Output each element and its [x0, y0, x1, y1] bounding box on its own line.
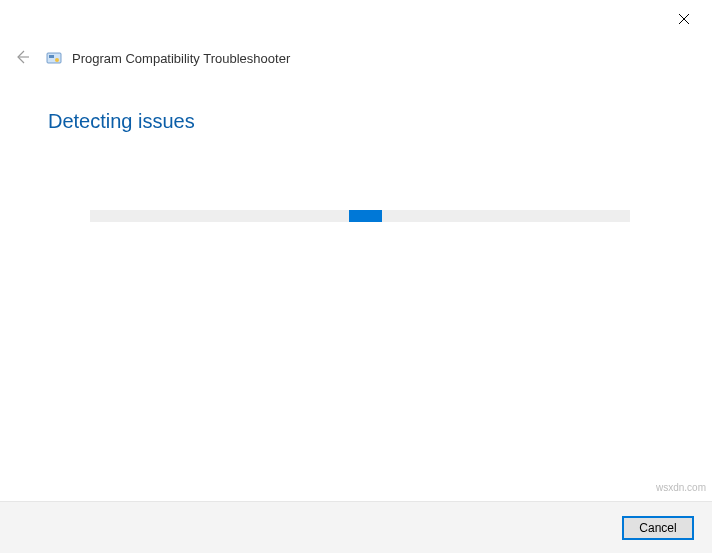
close-button[interactable] [674, 10, 694, 30]
page-heading: Detecting issues [48, 110, 195, 133]
header-bar: Program Compatibility Troubleshooter [12, 48, 700, 68]
progress-indicator [349, 210, 381, 222]
progress-bar [90, 210, 630, 222]
arrow-left-icon [14, 49, 30, 68]
svg-rect-4 [49, 55, 54, 58]
svg-point-5 [55, 58, 59, 62]
close-icon [678, 13, 690, 28]
watermark-text: wsxdn.com [656, 482, 706, 493]
cancel-button[interactable]: Cancel [622, 516, 694, 540]
footer-bar: Cancel [0, 501, 712, 553]
troubleshooter-icon [46, 50, 62, 66]
back-button[interactable] [12, 48, 32, 68]
window-title: Program Compatibility Troubleshooter [72, 51, 290, 66]
